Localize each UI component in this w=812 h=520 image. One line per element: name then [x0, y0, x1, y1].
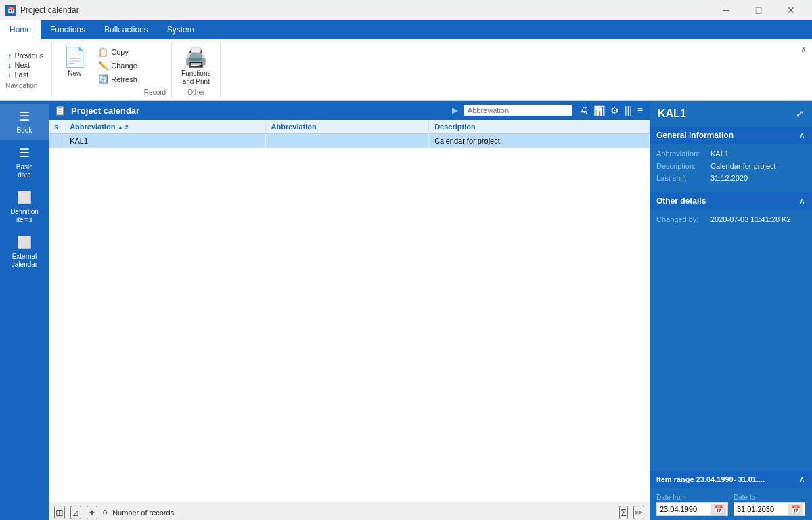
date-to-calendar-button[interactable]: 📅	[788, 504, 803, 515]
definition-items-icon: ⬜	[17, 190, 32, 205]
refresh-button[interactable]: 🔄 Refresh	[94, 73, 141, 85]
date-from-input-wrapper: 📅	[656, 502, 728, 516]
new-button[interactable]: 📄 New	[58, 43, 91, 81]
abbreviation-field: Abbreviation: KAL1	[656, 150, 805, 158]
sidebar: ☰ Book ☰ Basicdata ⬜ Definitionitems ⬜ E…	[0, 101, 49, 520]
last-button[interactable]: ↓ Last	[5, 70, 31, 79]
col-header-description[interactable]: Description	[429, 120, 650, 134]
sidebar-item-book[interactable]: ☰ Book	[0, 104, 49, 140]
chart-button[interactable]: 📊	[592, 104, 606, 117]
barcode-button[interactable]: |||	[623, 104, 633, 117]
date-to-label: Date to	[734, 494, 805, 501]
copy-button[interactable]: 📋 Copy	[94, 46, 141, 58]
print-table-button[interactable]: 🖨	[577, 104, 589, 117]
changed-by-field: Changed by: 2020-07-03 11:41:28 K2	[656, 215, 805, 223]
edit-button[interactable]: ✏	[633, 506, 644, 519]
ribbon-collapse-button[interactable]: ∧	[795, 42, 812, 57]
next-button[interactable]: ↓ Next	[5, 60, 32, 70]
sidebar-item-basic-data[interactable]: ☰ Basicdata	[0, 140, 49, 185]
col-header-abbreviation[interactable]: Abbreviation ▲ 2	[64, 120, 265, 134]
lastshift-label: Last shift:	[656, 174, 710, 182]
general-info-header[interactable]: General information ∧	[650, 127, 812, 144]
cell-abbreviation2	[265, 134, 429, 148]
tab-bulk-actions[interactable]: Bulk actions	[95, 20, 158, 39]
content-area: 📋 Project calendar ▶ 🖨 📊 ⚙ ||| ≡ s Abbre…	[49, 101, 650, 520]
settings2-button[interactable]: ✦	[87, 506, 97, 519]
search-input[interactable]	[464, 105, 572, 116]
table-header: 📋 Project calendar ▶ 🖨 📊 ⚙ ||| ≡	[49, 101, 650, 120]
right-panel: KAL1 ⤢ General information ∧ Abbreviatio…	[650, 101, 812, 520]
date-from-label: Date from	[656, 494, 728, 501]
abbreviation-value: KAL1	[710, 150, 805, 158]
down-arrow-icon: ↓	[8, 61, 12, 69]
table-row[interactable]: KAL1 Calendar for project	[49, 134, 650, 148]
item-range-section: Item range 23.04.1990- 31.01.... ∧ Date …	[650, 471, 812, 520]
previous-button[interactable]: ↑ Previous	[5, 51, 46, 60]
basic-data-icon: ☰	[19, 146, 30, 160]
navigation-group-label: Navigation	[5, 82, 37, 89]
change-button[interactable]: ✏️ Change	[94, 60, 141, 72]
layout-button[interactable]: ⊞	[54, 506, 65, 519]
right-panel-expand-button[interactable]: ⤢	[796, 108, 804, 119]
other-details-body: Changed by: 2020-07-03 11:41:28 K2	[650, 210, 812, 233]
book-icon: ☰	[19, 109, 30, 124]
ribbon-content: ↑ Previous ↓ Next ↓ Last Navigation 📄 Ne…	[0, 39, 812, 101]
other-group-label: Other	[187, 89, 204, 96]
date-from-calendar-button[interactable]: 📅	[711, 504, 726, 515]
date-from-group: Date from 📅	[656, 494, 728, 516]
cell-description: Calendar for project	[429, 134, 650, 148]
item-range-title: Item range 23.04.1990- 31.01....	[656, 475, 765, 483]
minimize-button[interactable]: ─	[710, 0, 742, 20]
maximize-button[interactable]: □	[743, 0, 774, 20]
sidebar-item-external-calendar[interactable]: ⬜ Externalcalendar	[0, 230, 49, 274]
abbreviation-label: Abbreviation:	[656, 150, 710, 158]
window-controls: ─ □ ✕	[710, 0, 807, 20]
record-count: 0	[103, 508, 107, 517]
changed-by-value: 2020-07-03 11:41:28 K2	[710, 215, 805, 223]
functions-and-print-button[interactable]: 🖨️ Functions and Print	[177, 43, 215, 89]
more-button[interactable]: ≡	[636, 104, 644, 117]
changed-by-label: Changed by:	[656, 215, 710, 223]
cell-s	[49, 134, 64, 148]
sort-icon: ▲ 2	[117, 124, 128, 131]
app-icon: 📅	[5, 5, 16, 16]
record-group: 📄 New 📋 Copy ✏️ Change 🔄 Refresh Record	[52, 42, 172, 98]
col-header-abbreviation2[interactable]: Abbreviation	[265, 120, 429, 134]
other-details-header[interactable]: Other details ∧	[650, 192, 812, 210]
item-range-header[interactable]: Item range 23.04.1990- 31.01.... ∧	[650, 471, 812, 488]
right-panel-header: KAL1 ⤢	[650, 101, 812, 127]
tab-home[interactable]: Home	[0, 20, 41, 39]
tab-system[interactable]: System	[158, 20, 204, 39]
general-info-body: Abbreviation: KAL1 Description: Calendar…	[650, 144, 812, 192]
date-to-input-wrapper: 📅	[734, 502, 805, 516]
arrow-icon: ▶	[452, 106, 458, 115]
main-layout: ☰ Book ☰ Basicdata ⬜ Definitionitems ⬜ E…	[0, 101, 812, 520]
cell-abbreviation: KAL1	[64, 134, 265, 148]
record-group-label: Record	[144, 89, 166, 96]
table-icon: 📋	[54, 105, 66, 116]
table-actions: 🖨 📊 ⚙ ||| ≡	[577, 104, 644, 117]
change-icon: ✏️	[98, 61, 108, 70]
settings-button[interactable]: ⚙	[609, 104, 621, 117]
tab-functions[interactable]: Functions	[41, 20, 95, 39]
lastshift-value: 31.12.2020	[710, 174, 805, 182]
date-from-input[interactable]	[657, 503, 711, 515]
panel-spacer	[650, 234, 812, 471]
col-header-s[interactable]: s	[49, 120, 64, 134]
new-icon: 📄	[63, 46, 87, 68]
other-group: 🖨️ Functions and Print Other	[172, 42, 221, 98]
record-count-label: Number of records	[112, 508, 174, 517]
data-table: s Abbreviation ▲ 2 Abbreviation Descript…	[49, 120, 650, 148]
item-range-toggle: ∧	[799, 475, 805, 484]
sum-button[interactable]: Σ	[619, 506, 628, 519]
sidebar-item-definition-items[interactable]: ⬜ Definitionitems	[0, 185, 49, 230]
description-value: Calendar for project	[710, 162, 805, 170]
date-to-input[interactable]	[734, 503, 788, 515]
date-fields: Date from 📅 Date to 📅	[650, 488, 812, 520]
table-header-row: s Abbreviation ▲ 2 Abbreviation Descript…	[49, 120, 650, 134]
up-arrow-icon: ↑	[8, 51, 12, 60]
filter-button[interactable]: ⊿	[70, 506, 81, 519]
navigation-group: ↑ Previous ↓ Next ↓ Last Navigation	[0, 42, 52, 98]
close-button[interactable]: ✕	[775, 0, 807, 20]
other-details-toggle: ∧	[799, 196, 805, 206]
